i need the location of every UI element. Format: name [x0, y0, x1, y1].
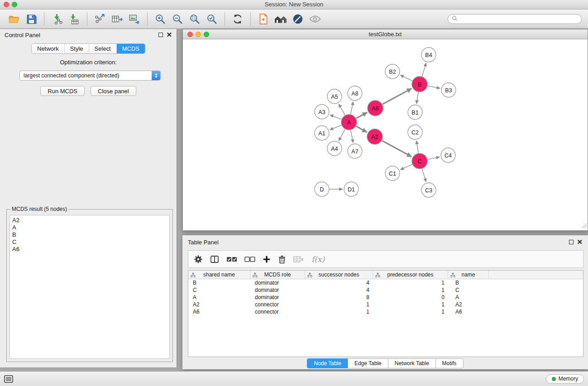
graph-edge-A-A2[interactable] [356, 126, 367, 132]
show-all-icon[interactable] [308, 12, 322, 26]
graph-edge-B-B1[interactable] [416, 92, 418, 104]
first-neighbors-icon[interactable] [273, 12, 288, 26]
graph-node-D[interactable]: D [315, 182, 329, 196]
import-table-icon[interactable] [67, 12, 81, 26]
graph-node-B4[interactable]: B4 [421, 48, 436, 62]
graph-edge-A-A5[interactable] [339, 104, 345, 115]
close-table-panel-icon[interactable]: ✕ [577, 240, 583, 244]
graph-node-A3[interactable]: A3 [315, 105, 329, 119]
table-row[interactable]: Bdominator41B [188, 279, 583, 286]
workspace: Control Panel ✕ NetworkStyleSelectMCDS O… [0, 29, 588, 371]
graph-edge-A-A4[interactable] [339, 129, 345, 141]
search-input[interactable] [460, 16, 578, 22]
import-network-icon[interactable] [50, 12, 64, 26]
task-history-icon[interactable] [4, 375, 13, 383]
zoom-fit-icon[interactable] [187, 12, 202, 26]
graph-node-C2[interactable]: C2 [408, 125, 422, 139]
graph-edge-A-A3[interactable] [330, 115, 341, 119]
graph-node-C3[interactable]: C3 [421, 183, 436, 197]
table-row[interactable]: Cdominator41C [188, 286, 583, 294]
hide-selected-icon[interactable] [291, 12, 305, 26]
tab-select[interactable]: Select [89, 44, 116, 53]
graph-edge-A-A7[interactable] [351, 130, 354, 143]
zoom-in-icon[interactable] [153, 12, 167, 26]
graph-edge-B-B2[interactable] [400, 75, 412, 81]
refresh-icon[interactable] [230, 12, 245, 26]
graph-node-A6[interactable]: A6 [368, 100, 383, 116]
network-window-titlebar[interactable]: testGlobe.txt [183, 29, 588, 39]
function-builder-icon[interactable]: f(x) [311, 255, 325, 264]
criterion-dropdown[interactable]: largest connected component (directed) [19, 71, 161, 81]
select-all-rows-icon[interactable] [226, 255, 237, 264]
graph-node-B[interactable]: B [412, 76, 427, 92]
float-panel-icon[interactable] [158, 33, 163, 37]
memory-button[interactable]: Memory [546, 374, 584, 384]
graph-edge-A6-B[interactable] [382, 89, 412, 105]
graph-node-B2[interactable]: B2 [385, 64, 400, 79]
graph-node-A[interactable]: A [341, 114, 357, 130]
table-row[interactable]: A2connector11A2 [188, 301, 583, 308]
network-graph[interactable]: B4B2BB3A5A8A6B1A3AC2A1A2A4A7C4CC1C3DD1 [183, 39, 588, 230]
export-network-icon[interactable] [93, 12, 107, 26]
zoom-out-icon[interactable] [170, 12, 185, 26]
add-column-icon[interactable] [263, 255, 271, 263]
close-panel-button[interactable]: Close panel [91, 86, 136, 96]
zoom-selected-icon[interactable] [205, 12, 219, 26]
resize-grip-icon[interactable] [582, 223, 587, 230]
graph-edge-B-B3[interactable] [428, 86, 440, 89]
snapshot-icon[interactable] [256, 12, 271, 26]
graph-node-A4[interactable]: A4 [327, 141, 342, 156]
graph-node-C4[interactable]: C4 [441, 148, 455, 162]
tab-motifs[interactable]: Motifs [435, 358, 464, 368]
column-header-predecessor-nodes[interactable]: predecessor nodes [373, 271, 448, 279]
column-header-name[interactable]: name [448, 271, 489, 279]
graph-node-A7[interactable]: A7 [348, 144, 362, 158]
graph-node-B3[interactable]: B3 [441, 83, 456, 97]
table-cell: 1 [305, 308, 373, 315]
run-mcds-button[interactable]: Run MCDS [40, 86, 85, 96]
table-settings-gear-icon[interactable] [194, 255, 203, 264]
graph-edge-C-C1[interactable] [400, 164, 412, 170]
graph-edge-A-A8[interactable] [351, 102, 354, 114]
tab-network[interactable]: Network [32, 44, 64, 53]
export-table-icon[interactable] [110, 12, 124, 26]
search-box[interactable] [448, 14, 582, 24]
save-session-icon[interactable] [24, 12, 38, 26]
deselect-all-rows-icon[interactable] [244, 255, 255, 264]
graph-node-C[interactable]: C [412, 153, 427, 169]
tab-style[interactable]: Style [64, 44, 89, 53]
graph-node-C1[interactable]: C1 [385, 166, 400, 181]
graph-edge-A-A6[interactable] [356, 112, 367, 118]
open-session-icon[interactable] [7, 12, 21, 26]
column-header-shared-name[interactable]: shared name [188, 271, 250, 279]
graph-node-A8[interactable]: A8 [348, 86, 362, 100]
tab-mcds[interactable]: MCDS [116, 44, 145, 53]
graph-edge-C-C2[interactable] [416, 141, 418, 153]
tab-edge-table[interactable]: Edge Table [348, 358, 388, 368]
column-header-successor-nodes[interactable]: successor nodes [305, 271, 373, 279]
graph-node-A5[interactable]: A5 [327, 89, 342, 104]
node-table-body[interactable]: Bdominator41BCdominator41CAdominator80AA… [188, 279, 583, 315]
network-canvas[interactable]: B4B2BB3A5A8A6B1A3AC2A1A2A4A7C4CC1C3DD1 [183, 39, 588, 230]
graph-edge-C-C3[interactable] [422, 169, 426, 182]
show-columns-icon[interactable] [210, 255, 219, 264]
graph-edge-C-C4[interactable] [428, 157, 440, 160]
delete-column-trash-icon[interactable] [278, 255, 286, 264]
graph-edge-A2-C[interactable] [382, 141, 412, 157]
graph-edge-B-B4[interactable] [422, 63, 426, 76]
export-image-icon[interactable] [127, 12, 142, 26]
node-table[interactable]: shared nameMCDS rolesuccessor nodesprede… [188, 270, 583, 357]
graph-node-A2[interactable]: A2 [367, 129, 382, 144]
graph-node-D1[interactable]: D1 [344, 182, 359, 196]
table-row[interactable]: A6connector11A6 [188, 308, 583, 315]
close-panel-icon[interactable]: ✕ [166, 33, 172, 37]
table-row[interactable]: Adominator80A [188, 294, 583, 301]
graph-node-A1[interactable]: A1 [315, 126, 329, 140]
tab-network-table[interactable]: Network Table [388, 358, 436, 368]
column-header-mcds-role[interactable]: MCDS role [250, 271, 305, 279]
float-table-panel-icon[interactable] [569, 240, 574, 244]
graph-edge-A-A1[interactable] [330, 125, 342, 130]
tab-node-table[interactable]: Node Table [307, 358, 348, 368]
mcds-result-list[interactable]: A2ABCA6 [10, 215, 170, 359]
graph-node-B1[interactable]: B1 [408, 105, 422, 119]
